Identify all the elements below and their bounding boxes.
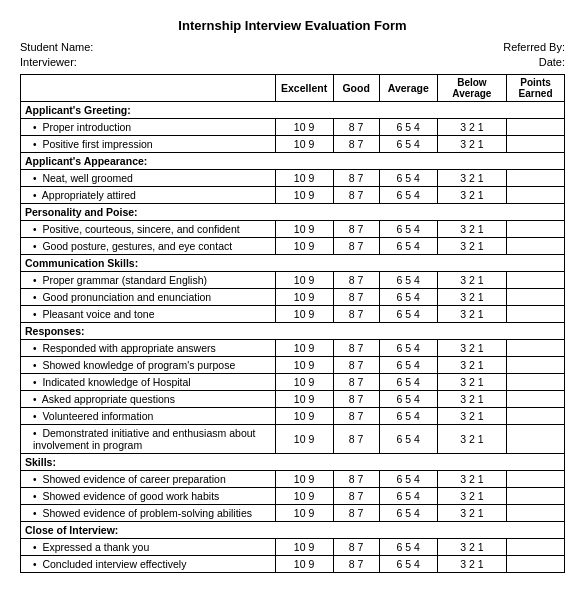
score-cell: 8 7 (333, 391, 379, 408)
score-cell: 8 7 (333, 289, 379, 306)
header-description (21, 75, 276, 102)
header-excellent: Excellent (275, 75, 333, 102)
score-cell: 6 5 4 (379, 471, 437, 488)
score-cell: 10 9 (275, 306, 333, 323)
points-cell (507, 272, 565, 289)
table-row: • Appropriately attired10 98 76 5 43 2 1 (21, 187, 565, 204)
section-header-row: Applicant's Appearance: (21, 153, 565, 170)
score-cell: 8 7 (333, 170, 379, 187)
score-cell: 6 5 4 (379, 340, 437, 357)
score-cell: 10 9 (275, 471, 333, 488)
score-cell: 8 7 (333, 306, 379, 323)
score-cell: 10 9 (275, 340, 333, 357)
score-cell: 3 2 1 (437, 340, 506, 357)
score-cell: 8 7 (333, 505, 379, 522)
table-row: • Indicated knowledge of Hospital10 98 7… (21, 374, 565, 391)
score-cell: 8 7 (333, 357, 379, 374)
score-cell: 3 2 1 (437, 187, 506, 204)
points-cell (507, 391, 565, 408)
section-header-row: Communication Skills: (21, 255, 565, 272)
page-title: Internship Interview Evaluation Form (20, 18, 565, 33)
points-cell (507, 488, 565, 505)
score-cell: 10 9 (275, 221, 333, 238)
score-cell: 3 2 1 (437, 170, 506, 187)
score-cell: 3 2 1 (437, 488, 506, 505)
table-row: • Positive, courteous, sincere, and conf… (21, 221, 565, 238)
score-cell: 3 2 1 (437, 272, 506, 289)
points-cell (507, 221, 565, 238)
score-cell: 6 5 4 (379, 488, 437, 505)
score-cell: 6 5 4 (379, 306, 437, 323)
points-cell (507, 187, 565, 204)
score-cell: 10 9 (275, 408, 333, 425)
score-cell: 6 5 4 (379, 187, 437, 204)
section-header-row: Applicant's Greeting: (21, 102, 565, 119)
score-cell: 10 9 (275, 539, 333, 556)
table-row: • Proper grammar (standard English)10 98… (21, 272, 565, 289)
score-cell: 6 5 4 (379, 374, 437, 391)
score-cell: 3 2 1 (437, 289, 506, 306)
score-cell: 10 9 (275, 505, 333, 522)
student-name-label: Student Name: (20, 41, 93, 53)
section-header-row: Personality and Poise: (21, 204, 565, 221)
score-cell: 8 7 (333, 238, 379, 255)
score-cell: 8 7 (333, 272, 379, 289)
table-row: • Showed evidence of career preparation1… (21, 471, 565, 488)
score-cell: 10 9 (275, 357, 333, 374)
score-cell: 6 5 4 (379, 238, 437, 255)
score-cell: 3 2 1 (437, 357, 506, 374)
score-cell: 3 2 1 (437, 408, 506, 425)
points-cell (507, 306, 565, 323)
score-cell: 10 9 (275, 488, 333, 505)
section-header-row: Close of Interview: (21, 522, 565, 539)
referred-by-label: Referred By: (503, 41, 565, 53)
score-cell: 6 5 4 (379, 391, 437, 408)
score-cell: 6 5 4 (379, 408, 437, 425)
score-cell: 8 7 (333, 136, 379, 153)
header-good: Good (333, 75, 379, 102)
score-cell: 3 2 1 (437, 539, 506, 556)
score-cell: 8 7 (333, 488, 379, 505)
header-points-earned: Points Earned (507, 75, 565, 102)
score-cell: 3 2 1 (437, 391, 506, 408)
score-cell: 8 7 (333, 471, 379, 488)
score-cell: 3 2 1 (437, 471, 506, 488)
score-cell: 10 9 (275, 238, 333, 255)
score-cell: 6 5 4 (379, 136, 437, 153)
score-cell: 10 9 (275, 425, 333, 454)
score-cell: 3 2 1 (437, 306, 506, 323)
table-row: • Neat, well groomed10 98 76 5 43 2 1 (21, 170, 565, 187)
points-cell (507, 374, 565, 391)
points-cell (507, 119, 565, 136)
evaluation-table: Excellent Good Average Below Average Poi… (20, 74, 565, 573)
score-cell: 6 5 4 (379, 425, 437, 454)
table-row: • Good pronunciation and enunciation10 9… (21, 289, 565, 306)
table-row: • Responded with appropriate answers10 9… (21, 340, 565, 357)
points-cell (507, 408, 565, 425)
score-cell: 8 7 (333, 425, 379, 454)
score-cell: 10 9 (275, 391, 333, 408)
points-cell (507, 170, 565, 187)
score-cell: 8 7 (333, 539, 379, 556)
score-cell: 6 5 4 (379, 505, 437, 522)
score-cell: 3 2 1 (437, 119, 506, 136)
score-cell: 3 2 1 (437, 221, 506, 238)
score-cell: 8 7 (333, 408, 379, 425)
score-cell: 3 2 1 (437, 556, 506, 573)
score-cell: 10 9 (275, 374, 333, 391)
score-cell: 8 7 (333, 119, 379, 136)
points-cell (507, 136, 565, 153)
table-row: • Showed evidence of good work habits10 … (21, 488, 565, 505)
points-cell (507, 471, 565, 488)
score-cell: 10 9 (275, 556, 333, 573)
section-header-row: Responses: (21, 323, 565, 340)
score-cell: 10 9 (275, 187, 333, 204)
score-cell: 10 9 (275, 119, 333, 136)
points-cell (507, 425, 565, 454)
points-cell (507, 539, 565, 556)
score-cell: 10 9 (275, 170, 333, 187)
score-cell: 10 9 (275, 272, 333, 289)
points-cell (507, 556, 565, 573)
score-cell: 6 5 4 (379, 539, 437, 556)
table-row: • Concluded interview effectively10 98 7… (21, 556, 565, 573)
